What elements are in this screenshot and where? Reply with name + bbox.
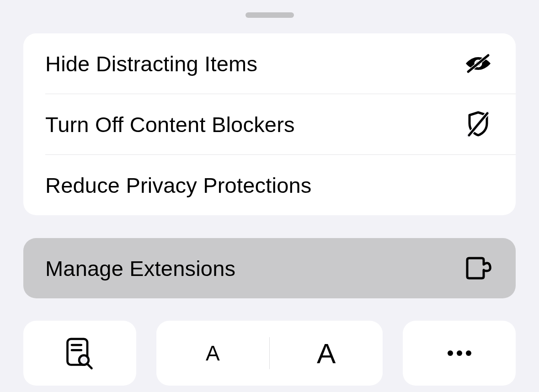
text-size-control: A A	[156, 321, 383, 386]
list-item-label: Hide Distracting Items	[45, 51, 257, 76]
eye-slash-icon	[463, 48, 494, 79]
hide-distracting-items-row[interactable]: Hide Distracting Items	[23, 33, 516, 94]
text-size-increase-button[interactable]: A	[270, 337, 383, 370]
turn-off-content-blockers-row[interactable]: Turn Off Content Blockers	[23, 94, 516, 154]
svg-point-13	[457, 350, 462, 356]
reader-search-icon	[64, 338, 95, 369]
small-a-glyph: A	[206, 341, 220, 366]
menu-group-extensions: Manage Extensions	[23, 238, 516, 298]
list-item-label: Turn Off Content Blockers	[45, 112, 295, 137]
svg-line-11	[87, 364, 91, 368]
more-button[interactable]	[403, 321, 516, 386]
action-sheet: Hide Distracting Items Turn Off Content …	[5, 2, 534, 392]
menu-group-page-settings: Hide Distracting Items Turn Off Content …	[23, 33, 516, 215]
manage-extensions-row[interactable]: Manage Extensions	[23, 238, 516, 298]
text-size-decrease-button[interactable]: A	[156, 341, 269, 366]
ellipsis-icon	[444, 338, 475, 369]
large-a-glyph: A	[317, 337, 336, 370]
shield-slash-icon	[463, 109, 494, 140]
bottom-toolbar: A A	[23, 321, 516, 386]
list-item-label: Reduce Privacy Protections	[45, 173, 312, 198]
reader-button[interactable]	[23, 321, 136, 386]
svg-point-12	[448, 350, 453, 356]
list-item-label: Manage Extensions	[45, 256, 235, 281]
puzzle-icon	[463, 253, 494, 284]
svg-point-14	[466, 350, 471, 356]
reduce-privacy-protections-row[interactable]: Reduce Privacy Protections	[23, 155, 516, 215]
sheet-grabber[interactable]	[245, 12, 294, 18]
